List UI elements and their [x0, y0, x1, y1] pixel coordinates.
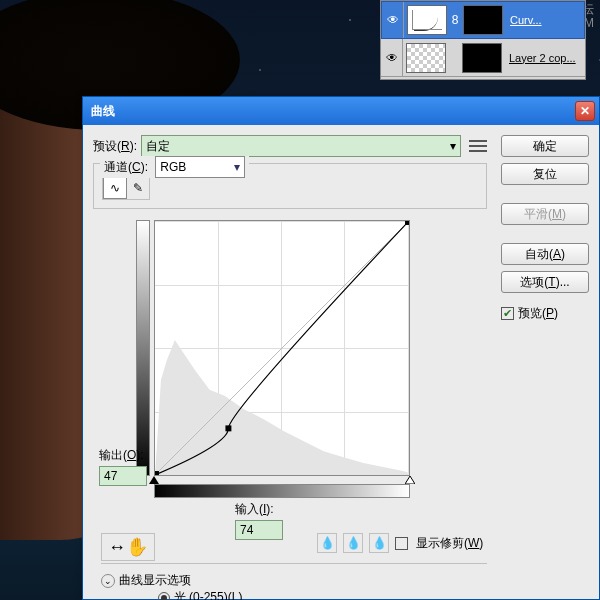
- black-slider[interactable]: [149, 476, 159, 484]
- layer-row-curves[interactable]: 👁 8 Curv...: [381, 1, 585, 39]
- smooth-button: 平滑(M): [501, 203, 589, 225]
- show-clipping-checkbox[interactable]: [395, 537, 408, 550]
- layer-thumb[interactable]: [406, 43, 446, 73]
- hand-tool-icon[interactable]: ↔✋: [101, 533, 155, 561]
- show-clipping-row: 显示修剪(W): [395, 535, 483, 552]
- auto-button[interactable]: 自动(A): [501, 243, 589, 265]
- preset-menu-icon[interactable]: [469, 140, 487, 152]
- radio-light-label: 光 (0-255)(L): [174, 590, 243, 600]
- svg-marker-6: [405, 476, 415, 484]
- mask-thumb[interactable]: [463, 5, 503, 35]
- show-clipping-label: 显示修剪(W): [416, 535, 483, 552]
- preset-label: 预设(R):: [93, 138, 137, 155]
- channel-value: RGB: [160, 160, 186, 174]
- horizontal-gradient: [154, 484, 410, 498]
- dialog-title: 曲线: [91, 103, 575, 120]
- pencil-tool[interactable]: ✎: [127, 177, 149, 199]
- link-icon: 8: [450, 13, 460, 27]
- expand-icon[interactable]: ⌄: [101, 574, 115, 588]
- histogram: [155, 221, 409, 475]
- left-column: 预设(R): 自定 通道(C): RGB ∿ ✎: [93, 135, 487, 209]
- svg-marker-0: [155, 340, 409, 475]
- gray-eyedropper-icon[interactable]: 💧: [343, 533, 363, 553]
- curves-dialog: 曲线 ✕ 预设(R): 自定 通道(C): RGB ∿ ✎: [82, 96, 600, 600]
- black-eyedropper-icon[interactable]: 💧: [317, 533, 337, 553]
- channel-label: 通道(C): RGB: [100, 156, 249, 178]
- radio-light[interactable]: [158, 592, 170, 600]
- output-label: 输出(O):: [99, 447, 147, 464]
- preview-row: ✔ 预览(P): [501, 305, 589, 322]
- preview-checkbox[interactable]: ✔: [501, 307, 514, 320]
- white-eyedropper-icon[interactable]: 💧: [369, 533, 389, 553]
- preview-label: 预览(P): [518, 305, 558, 322]
- titlebar[interactable]: 曲线 ✕: [83, 97, 599, 125]
- preset-dropdown[interactable]: 自定: [141, 135, 461, 157]
- right-column: 确定 复位 平滑(M) 自动(A) 选项(T)... ✔ 预览(P): [501, 135, 589, 322]
- close-button[interactable]: ✕: [575, 101, 595, 121]
- white-slider[interactable]: [405, 476, 415, 484]
- mask-thumb[interactable]: [462, 43, 502, 73]
- display-options-label: 曲线显示选项: [119, 572, 191, 589]
- channel-section: 通道(C): RGB ∿ ✎: [93, 163, 487, 209]
- input-field-group: 输入(I):: [235, 501, 283, 540]
- show-amount-row: 显示数量: 光 (0-255)(L) 颜料/油墨 %(G): [101, 589, 332, 600]
- layer-row-2[interactable]: 👁 Layer 2 cop...: [381, 39, 585, 77]
- svg-marker-5: [149, 476, 159, 484]
- eyedropper-group: 💧 💧 💧: [317, 533, 389, 553]
- visibility-icon[interactable]: 👁: [382, 2, 404, 38]
- output-input[interactable]: [99, 466, 147, 486]
- input-input[interactable]: [235, 520, 283, 540]
- ok-button[interactable]: 确定: [501, 135, 589, 157]
- curves-graph[interactable]: [154, 220, 410, 476]
- point-curve-tool[interactable]: ∿: [103, 177, 127, 199]
- vertical-gradient: [136, 220, 150, 476]
- visibility-icon[interactable]: 👁: [381, 39, 403, 76]
- layer-name[interactable]: Layer 2 cop...: [505, 52, 585, 64]
- preset-row: 预设(R): 自定: [93, 135, 487, 157]
- dialog-body: 预设(R): 自定 通道(C): RGB ∿ ✎: [83, 125, 599, 599]
- graph-area: [154, 220, 466, 510]
- output-field-group: 输出(O):: [99, 447, 147, 486]
- curve-tools: ∿ ✎: [102, 176, 150, 200]
- display-options-toggle[interactable]: ⌄ 曲线显示选项: [101, 563, 487, 589]
- layers-panel: 👁 8 Curv... 👁 Layer 2 cop...: [380, 0, 586, 80]
- layer-name[interactable]: Curv...: [506, 14, 584, 26]
- adjustment-thumb[interactable]: [407, 5, 447, 35]
- input-label: 输入(I):: [235, 501, 283, 518]
- svg-rect-4: [405, 221, 409, 225]
- options-button[interactable]: 选项(T)...: [501, 271, 589, 293]
- reset-button[interactable]: 复位: [501, 163, 589, 185]
- svg-rect-2: [225, 425, 231, 431]
- preset-value: 自定: [146, 138, 170, 155]
- svg-rect-3: [155, 471, 159, 475]
- radio-light-row[interactable]: 光 (0-255)(L): [158, 589, 256, 600]
- channel-dropdown[interactable]: RGB: [155, 156, 245, 178]
